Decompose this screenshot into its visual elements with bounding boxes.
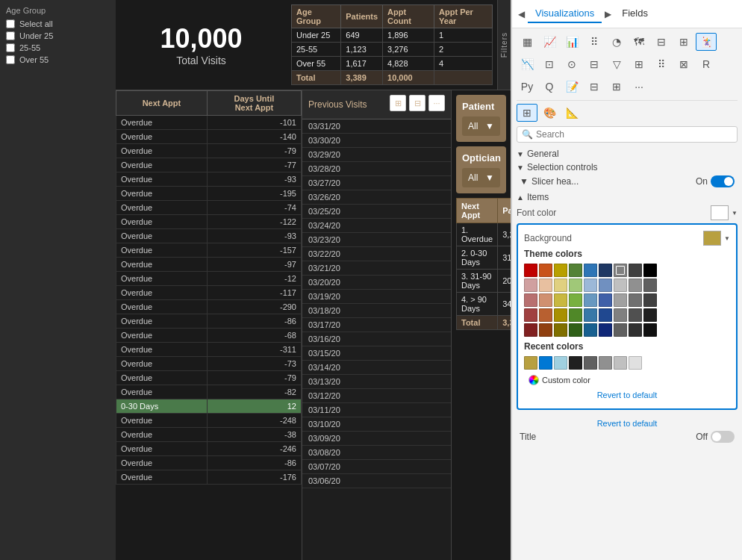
previous-visit-item[interactable]: 03/14/20 (302, 361, 451, 375)
slicer-icon[interactable]: ⊡ (539, 55, 560, 73)
theme-color-swatch-3-1[interactable] (539, 308, 552, 322)
waterfall-icon[interactable]: ⊟ (584, 55, 605, 73)
checkbox-input-0[interactable] (6, 19, 15, 28)
theme-color-swatch-4-0[interactable] (524, 323, 537, 337)
chevron-right-icon[interactable]: ▶ (605, 9, 611, 19)
previous-visit-item[interactable]: 03/13/20 (302, 375, 451, 389)
revert-to-default-btn[interactable]: Revert to default (524, 388, 730, 402)
theme-color-swatch-3-4[interactable] (584, 308, 597, 322)
table-icon[interactable]: ⊟ (651, 33, 672, 51)
previous-visit-item[interactable]: 03/27/20 (302, 176, 451, 190)
previous-visit-item[interactable]: 03/10/20 (302, 417, 451, 432)
theme-color-swatch-0-8[interactable] (643, 264, 657, 277)
theme-color-swatch-1-5[interactable] (599, 279, 612, 292)
theme-color-swatch-4-7[interactable] (629, 323, 642, 337)
expand-btn[interactable]: ⊟ (409, 95, 425, 111)
background-arrow[interactable]: ▼ (724, 235, 730, 242)
theme-color-swatch-2-1[interactable] (539, 293, 552, 307)
recent-color-swatch-7[interactable] (629, 356, 642, 370)
tab-fields[interactable]: Fields (614, 4, 655, 23)
theme-color-swatch-3-5[interactable] (599, 308, 612, 322)
theme-color-swatch-1-0[interactable] (524, 279, 537, 292)
checkbox-over-55[interactable]: Over 55 (6, 55, 110, 64)
qna-icon[interactable]: Q (539, 78, 560, 96)
format-icon[interactable]: 🎨 (539, 104, 560, 122)
matrix-icon[interactable]: ⊞ (673, 33, 694, 51)
previous-visit-item[interactable]: 03/31/20 (302, 119, 451, 134)
theme-color-swatch-1-2[interactable] (554, 279, 567, 292)
previous-visit-item[interactable]: 03/15/20 (302, 346, 451, 361)
previous-visits-list[interactable]: 03/31/2003/30/2003/29/2003/28/2003/27/20… (302, 119, 451, 560)
custom-icon-2[interactable]: ··· (629, 78, 649, 96)
search-box[interactable]: 🔍 (517, 126, 738, 143)
theme-color-swatch-2-2[interactable] (554, 293, 567, 307)
previous-visit-item[interactable]: 03/08/20 (302, 446, 451, 460)
theme-color-swatch-4-3[interactable] (569, 323, 582, 337)
line-chart-icon[interactable]: 📈 (539, 33, 560, 51)
previous-visit-item[interactable]: 03/11/20 (302, 403, 451, 417)
recent-color-swatch-6[interactable] (614, 356, 627, 370)
theme-color-swatch-1-1[interactable] (539, 279, 552, 292)
tab-visualizations[interactable]: Visualizations (528, 4, 602, 23)
theme-color-swatch-4-4[interactable] (584, 323, 597, 337)
section-items[interactable]: ▲ Items (517, 192, 738, 202)
font-color-picker[interactable]: ▼ (711, 205, 738, 220)
theme-color-swatch-0-5[interactable] (599, 264, 612, 277)
bar-chart-icon[interactable]: ▦ (517, 33, 537, 51)
previous-visit-item[interactable]: 03/18/20 (302, 304, 451, 318)
custom-color-btn[interactable]: Custom color (524, 373, 730, 388)
previous-visit-item[interactable]: 03/12/20 (302, 389, 451, 403)
theme-color-swatch-2-3[interactable] (569, 293, 582, 307)
checkbox-input-3[interactable] (6, 55, 15, 64)
theme-color-swatch-1-8[interactable] (643, 279, 657, 292)
theme-color-swatch-3-8[interactable] (643, 308, 657, 322)
section-selection-controls[interactable]: ▼ Selection controls (517, 162, 738, 172)
search-input[interactable] (536, 129, 732, 140)
theme-color-swatch-3-6[interactable] (614, 308, 627, 322)
theme-color-swatch-1-7[interactable] (629, 279, 642, 292)
previous-visit-item[interactable]: 03/24/20 (302, 219, 451, 233)
map-icon[interactable]: 🗺 (629, 33, 649, 51)
font-color-arrow[interactable]: ▼ (732, 210, 738, 217)
theme-color-swatch-4-5[interactable] (599, 323, 612, 337)
checkbox-25-55[interactable]: 25-55 (6, 43, 110, 52)
theme-color-swatch-0-3[interactable] (569, 264, 582, 277)
theme-color-swatch-4-2[interactable] (554, 323, 567, 337)
chevron-left-icon[interactable]: ◀ (518, 9, 525, 19)
slicer-toggle[interactable] (711, 175, 735, 187)
checkbox-select-all[interactable]: Select all (6, 19, 110, 28)
font-color-swatch[interactable] (711, 205, 729, 220)
analytics-icon[interactable]: 📐 (561, 104, 582, 122)
previous-visit-item[interactable]: 03/23/20 (302, 233, 451, 247)
theme-color-swatch-0-7[interactable] (629, 264, 642, 277)
narrative-icon[interactable]: 📝 (561, 78, 582, 96)
theme-color-swatch-1-3[interactable] (569, 279, 582, 292)
section-general[interactable]: ▼ General (517, 149, 738, 159)
theme-color-swatch-2-6[interactable] (614, 293, 627, 307)
previous-visit-item[interactable]: 03/28/20 (302, 162, 451, 176)
revert-link-2[interactable]: Revert to default (517, 416, 738, 431)
theme-color-swatch-0-2[interactable] (554, 264, 567, 277)
previous-visit-item[interactable]: 03/17/20 (302, 318, 451, 332)
theme-color-swatch-3-2[interactable] (554, 308, 567, 322)
filters-sidebar[interactable]: Filters (497, 0, 511, 90)
theme-color-swatch-1-4[interactable] (584, 279, 597, 292)
previous-visit-item[interactable]: 03/26/20 (302, 190, 451, 205)
previous-visit-item[interactable]: 03/16/20 (302, 332, 451, 346)
theme-color-swatch-0-6[interactable] (614, 264, 627, 277)
kpi-icon[interactable]: 📉 (517, 55, 537, 73)
previous-visit-item[interactable]: 03/25/20 (302, 205, 451, 219)
background-swatch[interactable] (703, 231, 721, 246)
previous-visit-item[interactable]: 03/07/20 (302, 460, 451, 474)
theme-color-swatch-0-4[interactable] (584, 264, 597, 277)
decomp-icon[interactable]: ⊠ (673, 55, 694, 73)
theme-color-swatch-1-6[interactable] (614, 279, 627, 292)
patient-filter-select[interactable]: All ▼ (462, 116, 500, 136)
previous-visit-item[interactable]: 03/30/20 (302, 134, 451, 148)
theme-color-swatch-3-3[interactable] (569, 308, 582, 322)
title-toggle[interactable] (711, 431, 735, 443)
py-icon[interactable]: Py (517, 78, 537, 96)
overdue-table-scroll[interactable]: Next Appt Days UntilNext Appt Overdue-10… (116, 90, 302, 560)
treemap-icon[interactable]: ⠿ (651, 55, 672, 73)
filter-btn[interactable]: ⊞ (390, 95, 406, 111)
